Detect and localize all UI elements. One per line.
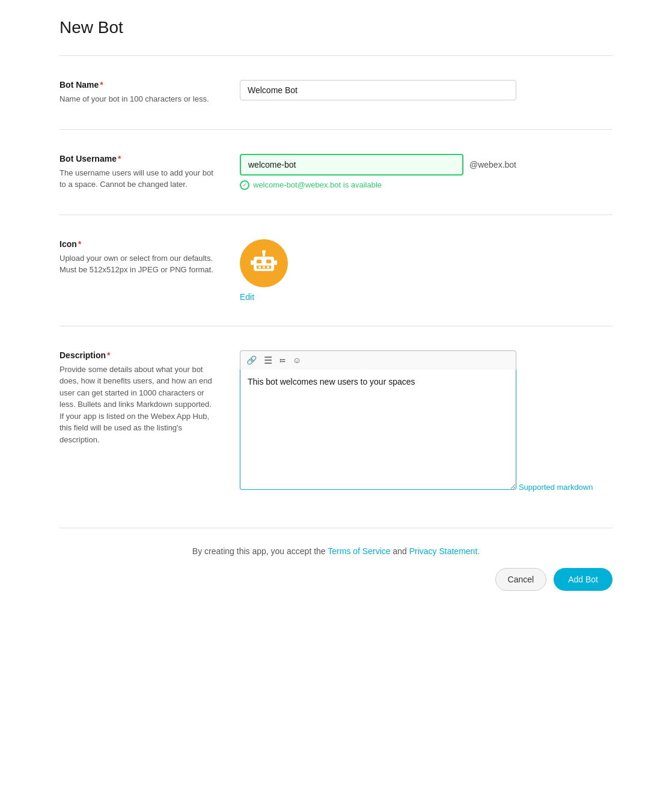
bot-name-label-col: Bot Name* Name of your bot in 100 charac… bbox=[60, 80, 240, 105]
description-hint: Provide some details about what your bot… bbox=[60, 364, 216, 446]
availability-text: welcome-bot@webex.bot is available bbox=[253, 180, 382, 189]
bot-name-section: Bot Name* Name of your bot in 100 charac… bbox=[60, 56, 612, 130]
bullet-list-toolbar-icon[interactable]: ☰ bbox=[264, 355, 272, 366]
svg-rect-4 bbox=[266, 260, 271, 263]
description-toolbar: 🔗 ☰ ≔ ☺ bbox=[240, 350, 516, 370]
required-star-3: * bbox=[78, 239, 81, 249]
required-star-2: * bbox=[118, 154, 121, 163]
bot-name-label: Bot Name* bbox=[60, 80, 216, 90]
svg-point-2 bbox=[262, 250, 266, 254]
privacy-statement-link[interactable]: Privacy Statement. bbox=[409, 546, 480, 556]
username-row: @webex.bot bbox=[240, 154, 516, 176]
bot-username-label-col: Bot Username* The username users will us… bbox=[60, 154, 240, 191]
check-icon: ✓ bbox=[240, 180, 249, 190]
availability-message: ✓ welcome-bot@webex.bot is available bbox=[240, 180, 612, 190]
bot-username-input[interactable] bbox=[240, 154, 463, 176]
icon-container: Edit bbox=[240, 239, 612, 302]
bot-name-hint: Name of your bot in 100 characters or le… bbox=[60, 93, 216, 105]
bot-username-hint: The username users will use to add your … bbox=[60, 167, 216, 191]
description-textarea[interactable]: This bot welcomes new users to your spac… bbox=[240, 370, 516, 490]
description-label-col: Description* Provide some details about … bbox=[60, 350, 240, 492]
bot-name-input-col bbox=[240, 80, 612, 105]
icon-content-col: Edit bbox=[240, 239, 612, 302]
bot-username-section: Bot Username* The username users will us… bbox=[60, 130, 612, 215]
required-star: * bbox=[100, 80, 103, 90]
username-suffix: @webex.bot bbox=[469, 160, 516, 169]
icon-label: Icon* bbox=[60, 239, 216, 249]
svg-rect-9 bbox=[251, 260, 254, 265]
cancel-button[interactable]: Cancel bbox=[495, 568, 547, 591]
edit-icon-button[interactable]: Edit bbox=[240, 292, 254, 302]
numbered-list-toolbar-icon[interactable]: ≔ bbox=[279, 355, 286, 366]
icon-section: Icon* Upload your own or select from our… bbox=[60, 215, 612, 326]
page-title: New Bot bbox=[60, 18, 612, 37]
add-bot-button[interactable]: Add Bot bbox=[554, 568, 612, 591]
button-row: Cancel Add Bot bbox=[60, 568, 612, 591]
bot-name-input[interactable] bbox=[240, 80, 516, 100]
terms-text: By creating this app, you accept the Ter… bbox=[60, 546, 612, 556]
svg-rect-10 bbox=[274, 260, 277, 265]
bot-icon-circle bbox=[240, 239, 288, 287]
svg-rect-6 bbox=[258, 266, 261, 268]
link-toolbar-icon[interactable]: 🔗 bbox=[246, 355, 257, 365]
svg-rect-8 bbox=[267, 266, 269, 268]
icon-label-col: Icon* Upload your own or select from our… bbox=[60, 239, 240, 302]
robot-icon bbox=[249, 248, 279, 278]
bot-username-label: Bot Username* bbox=[60, 154, 216, 163]
emoji-toolbar-icon[interactable]: ☺ bbox=[293, 355, 301, 365]
required-star-4: * bbox=[107, 350, 110, 360]
svg-rect-3 bbox=[257, 260, 261, 263]
description-section: Description* Provide some details about … bbox=[60, 326, 612, 516]
supported-markdown-link[interactable]: Supported markdown bbox=[519, 483, 593, 492]
bot-username-input-col: @webex.bot ✓ welcome-bot@webex.bot is av… bbox=[240, 154, 612, 191]
icon-hint: Upload your own or select from our defau… bbox=[60, 252, 216, 276]
description-content-col: 🔗 ☰ ≔ ☺ This bot welcomes new users to y… bbox=[240, 350, 612, 492]
svg-rect-0 bbox=[254, 257, 274, 271]
terms-of-service-link[interactable]: Terms of Service bbox=[328, 546, 393, 556]
footer-section: By creating this app, you accept the Ter… bbox=[60, 528, 612, 609]
description-label: Description* bbox=[60, 350, 216, 360]
svg-rect-7 bbox=[263, 266, 265, 268]
